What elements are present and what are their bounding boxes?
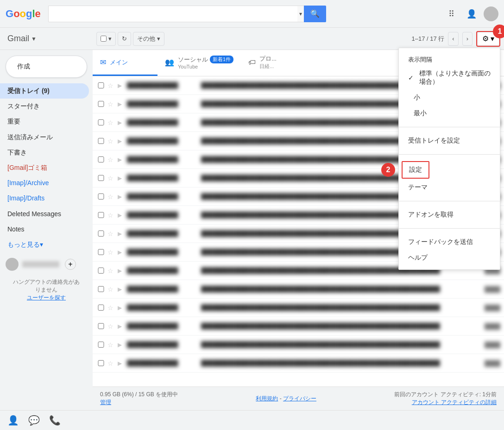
gmail-label[interactable]: Gmail ▼ xyxy=(7,34,37,44)
star-icon[interactable]: ☆ xyxy=(107,341,116,349)
email-checkbox[interactable] xyxy=(96,212,106,218)
star-icon[interactable]: ☆ xyxy=(107,193,116,200)
terms-link[interactable]: 利用規約 xyxy=(256,395,278,402)
compose-button[interactable]: 作成 xyxy=(6,56,87,78)
find-user-link[interactable]: ユーザーを探す xyxy=(6,294,87,302)
search-button[interactable]: 🔍 xyxy=(304,6,326,22)
tab-promo[interactable]: 🏷 プロ... 日経... xyxy=(241,50,306,76)
email-checkbox[interactable] xyxy=(96,286,106,292)
theme-item[interactable]: テーマ xyxy=(399,180,500,195)
important-icon[interactable]: ▶ xyxy=(118,175,124,181)
activity-details-link[interactable]: アカウント アクティビティの詳細 xyxy=(412,399,497,405)
privacy-link[interactable]: プライバシー xyxy=(283,395,316,402)
star-icon[interactable]: ☆ xyxy=(107,304,116,312)
table-row[interactable]: ☆ ▶ ████████████ ███████████████████████… xyxy=(93,280,504,299)
star-icon[interactable]: ☆ xyxy=(107,82,116,89)
star-icon[interactable]: ☆ xyxy=(107,174,116,182)
email-checkbox[interactable] xyxy=(96,175,106,181)
email-checkbox[interactable] xyxy=(96,268,106,274)
important-icon[interactable]: ▶ xyxy=(118,156,124,163)
addons-item[interactable]: アドオンを取得 xyxy=(399,207,500,223)
select-all-checkbox[interactable] xyxy=(101,36,107,42)
refresh-button[interactable]: ↻ xyxy=(118,32,131,46)
star-icon[interactable]: ☆ xyxy=(107,137,116,145)
sidebar-item-imap-drafts[interactable]: [Imap]/Drafts xyxy=(0,191,89,206)
important-icon[interactable]: ▶ xyxy=(118,101,124,107)
nav-prev-button[interactable]: ‹ xyxy=(448,32,458,46)
important-icon[interactable]: ▶ xyxy=(118,305,124,311)
more-button[interactable]: その他 ▾ xyxy=(133,32,164,46)
email-checkbox[interactable] xyxy=(96,193,106,199)
sidebar-item-trash[interactable]: [Gmail]ゴミ箱 xyxy=(0,160,89,175)
important-icon[interactable]: ▶ xyxy=(118,360,124,367)
min-density-item[interactable]: 最小 xyxy=(399,106,500,121)
star-icon[interactable]: ☆ xyxy=(107,230,116,237)
settings-item[interactable]: 設定 xyxy=(402,161,429,179)
chat-icon-btn[interactable]: 💬 xyxy=(28,415,40,426)
inbox-setting-item[interactable]: 受信トレイを設定 xyxy=(399,133,500,149)
checkbox-dropdown-arrow[interactable]: ▾ xyxy=(108,35,112,42)
select-checkbox-btn[interactable]: ▾ xyxy=(96,32,116,46)
feedback-item[interactable]: フィードバックを送信 xyxy=(399,234,500,250)
avatar[interactable] xyxy=(484,6,498,21)
standard-density-item[interactable]: 標準（より大きな画面の場合） xyxy=(399,66,500,90)
phone-icon-btn[interactable]: 📞 xyxy=(49,415,61,426)
apps-icon[interactable]: ⠿ xyxy=(443,6,460,22)
important-icon[interactable]: ▶ xyxy=(118,138,124,144)
important-icon[interactable]: ▶ xyxy=(118,193,124,200)
important-icon[interactable]: ▶ xyxy=(118,268,124,274)
sidebar-item-inbox[interactable]: 受信トレイ (9) xyxy=(0,83,89,99)
star-icon[interactable]: ☆ xyxy=(107,156,116,163)
table-row[interactable]: ☆ ▶ ████████████ ███████████████████████… xyxy=(93,354,504,373)
star-icon[interactable]: ☆ xyxy=(107,212,116,219)
sidebar-item-archive[interactable]: [Imap]/Archive xyxy=(0,175,89,191)
important-icon[interactable]: ▶ xyxy=(118,286,124,293)
important-icon[interactable]: ▶ xyxy=(118,82,124,89)
important-icon[interactable]: ▶ xyxy=(118,119,124,126)
help-item[interactable]: ヘルプ xyxy=(399,250,500,266)
email-checkbox[interactable] xyxy=(96,119,106,125)
star-icon[interactable]: ☆ xyxy=(107,100,116,108)
manage-link[interactable]: 管理 xyxy=(100,399,111,405)
important-icon[interactable]: ▶ xyxy=(118,249,124,256)
email-checkbox[interactable] xyxy=(96,342,106,348)
star-icon[interactable]: ☆ xyxy=(107,119,116,126)
table-row[interactable]: ☆ ▶ ████████████ ███████████████████████… xyxy=(93,336,504,354)
star-icon[interactable]: ☆ xyxy=(107,267,116,274)
tab-social[interactable]: 👥 ソーシャル 新着1件 YouTube xyxy=(158,50,241,76)
sidebar-item-notes[interactable]: Notes xyxy=(0,222,89,237)
sidebar-item-important[interactable]: 重要 xyxy=(0,114,89,129)
star-icon[interactable]: ☆ xyxy=(107,249,116,256)
account-icon-btn[interactable]: 👤 xyxy=(463,6,480,22)
star-icon[interactable]: ☆ xyxy=(107,323,116,330)
sidebar-item-drafts[interactable]: 下書き xyxy=(0,145,89,160)
important-icon[interactable]: ▶ xyxy=(118,231,124,237)
email-checkbox[interactable] xyxy=(96,101,106,107)
sidebar-item-more[interactable]: もっと見る▾ xyxy=(0,237,89,252)
tab-main[interactable]: ✉ メイン xyxy=(93,50,158,76)
important-icon[interactable]: ▶ xyxy=(118,323,124,330)
star-icon[interactable]: ☆ xyxy=(107,360,116,367)
important-icon[interactable]: ▶ xyxy=(118,212,124,218)
email-checkbox[interactable] xyxy=(96,156,106,162)
sidebar-item-starred[interactable]: スター付き xyxy=(0,99,89,114)
email-checkbox[interactable] xyxy=(96,305,106,311)
email-checkbox[interactable] xyxy=(96,231,106,237)
search-input[interactable] xyxy=(48,6,297,22)
email-checkbox[interactable] xyxy=(96,82,106,88)
add-account-button[interactable]: + xyxy=(65,259,76,270)
star-icon[interactable]: ☆ xyxy=(107,286,116,293)
search-dropdown-btn[interactable]: ▾ xyxy=(297,6,304,22)
important-icon[interactable]: ▶ xyxy=(118,342,124,348)
email-checkbox[interactable] xyxy=(96,323,106,329)
small-density-item[interactable]: 小 xyxy=(399,90,500,106)
email-checkbox[interactable] xyxy=(96,249,106,255)
table-row[interactable]: ☆ ▶ ████████████ ███████████████████████… xyxy=(93,299,504,317)
contacts-icon-btn[interactable]: 👤 xyxy=(7,415,19,426)
email-checkbox[interactable] xyxy=(96,138,106,144)
sidebar-item-deleted[interactable]: Deleted Messages xyxy=(0,206,89,222)
table-row[interactable]: ☆ ▶ ████████████ ███████████████████████… xyxy=(93,317,504,336)
sidebar-item-sent[interactable]: 送信済みメール xyxy=(0,130,89,145)
email-checkbox[interactable] xyxy=(96,360,106,366)
nav-next-button[interactable]: › xyxy=(462,32,472,46)
